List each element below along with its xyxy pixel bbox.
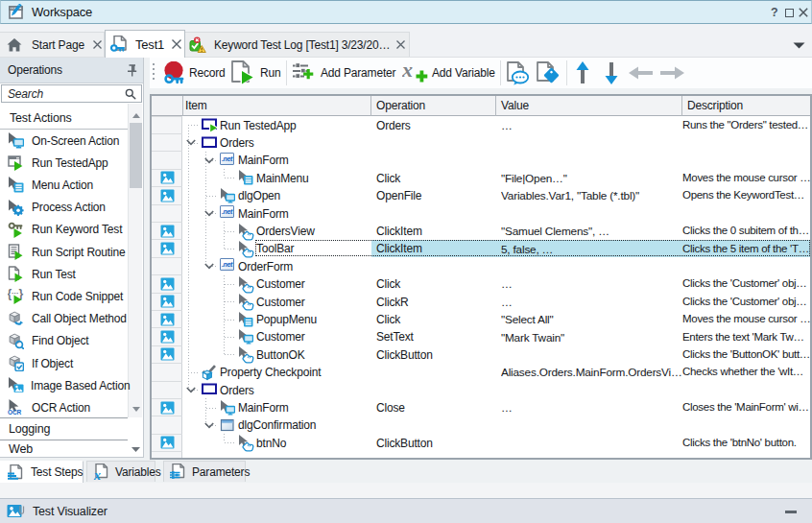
svg-text:x: x — [93, 468, 101, 480]
svg-text:}: } — [19, 288, 24, 300]
svg-text:OCR: OCR — [8, 409, 21, 416]
svg-text:x: x — [402, 60, 413, 82]
